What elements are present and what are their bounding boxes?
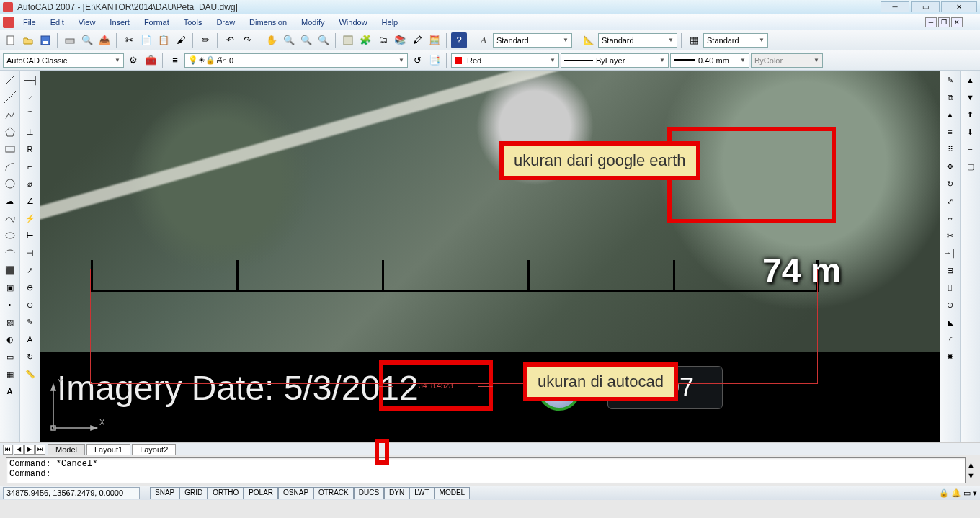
dim-continue-button[interactable]: ⊣ bbox=[22, 245, 38, 261]
plot-preview-button[interactable]: 🔍 bbox=[79, 32, 95, 48]
construction-line-button[interactable] bbox=[2, 89, 18, 105]
erase-button[interactable]: ✎ bbox=[943, 72, 958, 88]
plotstyle-combo[interactable]: ByColor▼ bbox=[751, 53, 823, 68]
sheet-set-manager-button[interactable]: 📚 bbox=[392, 32, 408, 48]
scale-button[interactable]: ⤢ bbox=[943, 193, 958, 209]
notification-icon[interactable]: 🔔 bbox=[951, 488, 961, 498]
markup-button[interactable]: 🖍 bbox=[409, 32, 425, 48]
publish-button[interactable]: 📤 bbox=[97, 32, 112, 48]
tablestyle-combo[interactable]: Standard▼ bbox=[703, 33, 768, 48]
mdi-restore-button[interactable]: ❐ bbox=[938, 17, 950, 27]
copy-button[interactable]: 📄 bbox=[138, 32, 154, 48]
lock-icon[interactable]: 🔒 bbox=[939, 488, 949, 498]
tool-palettes-button[interactable]: 🗂 bbox=[375, 32, 391, 48]
ellipse-arc-button[interactable] bbox=[2, 245, 18, 261]
point-button[interactable]: • bbox=[2, 297, 18, 313]
offset-button[interactable]: ≡ bbox=[943, 124, 958, 140]
zoom-window-button[interactable]: 🔍 bbox=[316, 32, 331, 48]
my-workspace-button[interactable]: 🧰 bbox=[143, 53, 159, 68]
table-button[interactable]: ▦ bbox=[2, 366, 18, 382]
dim-diameter-button[interactable]: ⌀ bbox=[22, 176, 38, 192]
arc-button[interactable] bbox=[2, 158, 18, 174]
drawing-canvas[interactable]: 74 m ukuran dari google earth Imagery Da… bbox=[40, 71, 940, 442]
chamfer-button[interactable]: ◣ bbox=[943, 314, 958, 330]
workspace-combo[interactable]: AutoCAD Classic▼ bbox=[3, 53, 124, 68]
dim-arc-button[interactable]: ⌒ bbox=[22, 107, 38, 122]
tab-layout2[interactable]: Layout2 bbox=[132, 444, 176, 455]
mtext-button[interactable]: A bbox=[2, 383, 18, 399]
tab-prev-button[interactable]: ◀ bbox=[14, 445, 24, 455]
dim-update-button[interactable]: ↻ bbox=[22, 349, 38, 365]
block-insert-button[interactable]: ⬛ bbox=[2, 262, 18, 278]
tablestyle-icon[interactable]: ▦ bbox=[686, 32, 702, 48]
menu-draw[interactable]: Draw bbox=[210, 17, 241, 28]
extend-button[interactable]: →│ bbox=[943, 245, 958, 261]
trim-button[interactable]: ✂ bbox=[943, 228, 958, 244]
menu-help[interactable]: Help bbox=[376, 17, 404, 28]
break-button[interactable]: ⌷ bbox=[943, 280, 958, 295]
join-button[interactable]: ⊕ bbox=[943, 297, 958, 313]
maximize-button[interactable]: ▭ bbox=[911, 1, 940, 12]
make-block-button[interactable]: ▣ bbox=[2, 280, 18, 295]
new-button[interactable] bbox=[3, 32, 19, 48]
revision-cloud-button[interactable]: ☁ bbox=[2, 193, 18, 209]
redo-button[interactable]: ↷ bbox=[239, 32, 255, 48]
mirror-button[interactable]: ▲ bbox=[943, 107, 958, 122]
save-button[interactable] bbox=[37, 32, 53, 48]
dim-ordinate-button[interactable]: ⊥ bbox=[22, 124, 38, 140]
linetype-combo[interactable]: ByLayer▼ bbox=[561, 53, 669, 68]
dim-jogged-button[interactable]: ⌐ bbox=[22, 158, 38, 174]
menu-format[interactable]: Format bbox=[138, 17, 175, 28]
polyline-button[interactable] bbox=[2, 107, 18, 122]
help-button[interactable]: ? bbox=[451, 32, 467, 48]
stretch-button[interactable]: ↔ bbox=[943, 210, 958, 226]
tray-handle-icon[interactable]: ▾ bbox=[973, 488, 977, 498]
dim-radius-button[interactable]: R bbox=[22, 141, 38, 157]
close-button[interactable]: ✕ bbox=[941, 1, 977, 12]
tab-first-button[interactable]: ⏮ bbox=[3, 445, 13, 455]
layer-previous-button[interactable]: ↺ bbox=[409, 53, 425, 68]
center-mark-button[interactable]: ⊙ bbox=[22, 297, 38, 313]
menu-view[interactable]: View bbox=[73, 17, 102, 28]
dimstyle-icon[interactable]: 📐 bbox=[581, 32, 597, 48]
tolerance-button[interactable]: ⊕ bbox=[22, 280, 38, 295]
cmd-scroll-down-button[interactable]: ▼ bbox=[967, 471, 977, 481]
cmd-scroll-up-button[interactable]: ▲ bbox=[967, 460, 977, 470]
mdi-close-button[interactable]: ✕ bbox=[951, 17, 963, 27]
ducs-toggle[interactable]: DUCS bbox=[354, 487, 384, 499]
layer-states-button[interactable]: 📑 bbox=[427, 53, 442, 68]
tab-last-button[interactable]: ⏭ bbox=[35, 445, 45, 455]
tab-next-button[interactable]: ▶ bbox=[24, 445, 35, 455]
dim-angular-button[interactable]: ∠ bbox=[22, 193, 38, 209]
minimize-button[interactable]: ─ bbox=[881, 1, 909, 12]
textstyle-combo[interactable]: Standard▼ bbox=[493, 33, 572, 48]
explode-button[interactable]: ✸ bbox=[943, 349, 958, 365]
ellipse-button[interactable] bbox=[2, 228, 18, 244]
copy-object-button[interactable]: ⧉ bbox=[943, 89, 958, 105]
spline-button[interactable] bbox=[2, 210, 18, 226]
fillet-button[interactable]: ◜ bbox=[943, 331, 958, 347]
tab-layout1[interactable]: Layout1 bbox=[86, 444, 130, 455]
lwt-toggle[interactable]: LWT bbox=[409, 487, 434, 499]
coordinate-display[interactable]: 34875.9456, 13567.2479, 0.0000 bbox=[3, 487, 140, 499]
hatch-button[interactable]: ▨ bbox=[2, 314, 18, 330]
rotate-button[interactable]: ↻ bbox=[943, 176, 958, 192]
textstyle-icon[interactable]: A bbox=[476, 32, 491, 48]
wipeout-button[interactable]: ▢ bbox=[963, 158, 979, 174]
snap-toggle[interactable]: SNAP bbox=[150, 487, 179, 499]
menu-insert[interactable]: Insert bbox=[104, 17, 135, 28]
menu-file[interactable]: File bbox=[17, 17, 42, 28]
plot-button[interactable] bbox=[62, 32, 78, 48]
match-properties-button[interactable]: 🖌 bbox=[173, 32, 189, 48]
grid-toggle[interactable]: GRID bbox=[179, 487, 208, 499]
menu-edit[interactable]: Edit bbox=[45, 17, 70, 28]
send-back-button[interactable]: ⬇ bbox=[963, 124, 979, 140]
bring-forward-button[interactable]: ▲ bbox=[963, 72, 979, 88]
zoom-realtime-button[interactable]: 🔍 bbox=[281, 32, 297, 48]
gradient-button[interactable]: ◐ bbox=[2, 331, 18, 347]
layer-properties-button[interactable]: ≡ bbox=[167, 53, 183, 68]
layer-combo[interactable]: 💡☀🔒🖨▫ 0▼ bbox=[184, 53, 408, 68]
polar-toggle[interactable]: POLAR bbox=[244, 487, 278, 499]
open-button[interactable] bbox=[20, 32, 36, 48]
circle-button[interactable] bbox=[2, 176, 18, 192]
